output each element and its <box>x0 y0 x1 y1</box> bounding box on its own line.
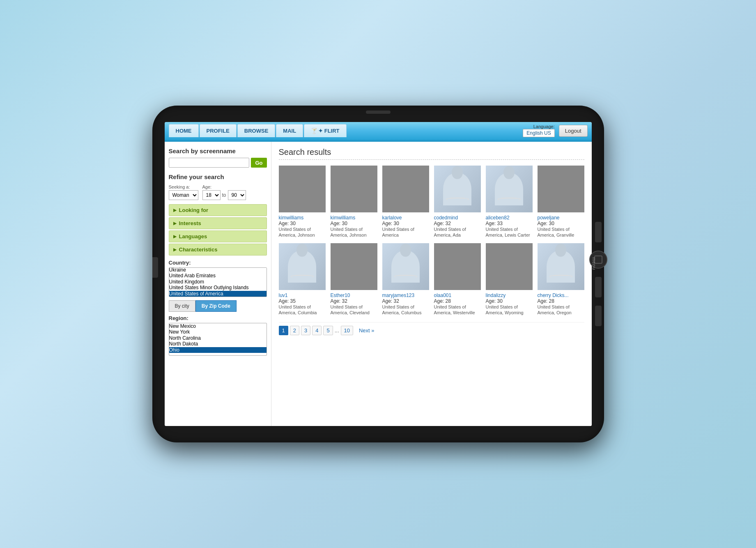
profile-age: Age: 28 <box>538 298 554 304</box>
page-number[interactable]: 3 <box>301 326 310 335</box>
tablet-camera <box>366 111 391 114</box>
page-number[interactable]: 4 <box>312 326 322 335</box>
profile-card[interactable]: kimwilliamsAge: 30United States of Ameri… <box>279 166 326 238</box>
profile-age: Age: 30 <box>331 221 347 226</box>
accordion-arrow-icon: ▶ <box>173 221 177 226</box>
accordion-arrow-icon: ▶ <box>173 234 177 239</box>
page-number[interactable]: 1 <box>279 326 288 335</box>
profile-name[interactable]: luv1 <box>279 292 288 298</box>
profile-age: Age: 32 <box>331 298 347 304</box>
results-title: Search results <box>279 147 584 160</box>
search-screenname-row: Go <box>169 158 267 168</box>
city-tab[interactable]: By city <box>169 300 195 312</box>
profile-photo <box>331 243 377 290</box>
accordion-arrow-icon: ▶ <box>173 247 177 252</box>
seeking-col: Seeking a: Woman Man <box>169 184 198 200</box>
nav-bar: HOME PROFILE BROWSE MAIL 🍸 ✦ FLIRT Langu… <box>165 122 592 139</box>
profile-name[interactable]: kimwilliams <box>279 215 304 221</box>
profile-card[interactable]: maryjames123Age: 32United States of Amer… <box>382 243 429 316</box>
profile-location: United States of America, Columbia <box>279 304 326 316</box>
accordion-looking-for-header[interactable]: ▶ Looking for <box>169 205 267 216</box>
nav-tab-flirt[interactable]: 🍸 ✦ FLIRT <box>304 124 346 137</box>
tablet-side-button[interactable] <box>152 257 158 278</box>
profile-name[interactable]: codedmind <box>434 215 458 221</box>
region-select[interactable]: New Mexico New York North Carolina North… <box>169 323 267 356</box>
language-button[interactable]: English US <box>523 129 554 137</box>
profile-card[interactable]: Esther10Age: 32United States of America,… <box>331 243 377 316</box>
profile-photo <box>382 243 429 290</box>
profile-card[interactable]: luv1Age: 35United States of America, Col… <box>279 243 326 316</box>
nav-tab-home[interactable]: HOME <box>169 124 199 137</box>
profile-location: United States of America, Columbus <box>382 304 429 316</box>
page-last[interactable]: 10 <box>341 326 353 335</box>
city-zip-tabs: By city By Zip Code <box>169 300 267 312</box>
profile-photo <box>486 166 533 212</box>
profile-card[interactable]: poweljaneAge: 30United States of America… <box>538 166 584 238</box>
profile-card[interactable]: olaa001Age: 28United States of America, … <box>434 243 481 316</box>
tablet-right-button-1[interactable] <box>595 222 602 242</box>
profile-name[interactable]: aliceben82 <box>486 215 510 221</box>
age-label: Age: <box>202 184 246 189</box>
profile-location: United States of America, Lewis Carter <box>486 226 533 238</box>
age-from-select[interactable]: 181920 <box>202 190 221 200</box>
profile-name[interactable]: karlalove <box>382 215 402 221</box>
age-row: 181920 to 908070 <box>202 190 246 200</box>
profile-name[interactable]: poweljane <box>538 215 560 221</box>
accordion-languages-label: Languages <box>179 233 207 239</box>
profile-age: Age: 30 <box>382 221 399 226</box>
nav-tab-browse[interactable]: BROWSE <box>237 124 276 137</box>
profiles-grid: kimwilliamsAge: 30United States of Ameri… <box>279 166 584 315</box>
profile-card[interactable]: codedmindAge: 32United States of America… <box>434 166 481 238</box>
profile-card[interactable]: karlaloveAge: 30United States of America <box>382 166 429 238</box>
profile-name[interactable]: cherry Dicks... <box>538 292 569 298</box>
nav-tab-profile[interactable]: PROFILE <box>200 124 237 137</box>
profile-location: United States of America <box>382 226 429 238</box>
page-number[interactable]: 5 <box>323 326 333 335</box>
tablet-right-button-3[interactable] <box>595 306 602 326</box>
accordion-looking-for-label: Looking for <box>179 207 209 213</box>
pagination: 12345...10Next » <box>279 322 584 335</box>
accordion-characteristics-header[interactable]: ▶ Characteristics <box>169 244 267 255</box>
profile-photo <box>538 243 584 290</box>
profile-card[interactable]: kimwilliamsAge: 30United States of Ameri… <box>331 166 377 238</box>
profile-name[interactable]: olaa001 <box>434 292 452 298</box>
profile-location: United States of America, Ada <box>434 226 481 238</box>
profile-card[interactable]: lindalizzyAge: 30United States of Americ… <box>486 243 533 316</box>
search-screenname-input[interactable] <box>169 158 250 168</box>
accordion-languages-header[interactable]: ▶ Languages <box>169 231 267 242</box>
profile-age: Age: 33 <box>486 221 503 226</box>
page-number[interactable]: 2 <box>290 326 299 335</box>
profile-photo <box>486 243 533 290</box>
search-screenname-title: Search by screenname <box>169 147 267 154</box>
accordion-arrow-icon: ▶ <box>173 208 177 212</box>
logout-button[interactable]: Logout <box>559 125 588 137</box>
profile-age: Age: 30 <box>486 298 503 304</box>
accordion-interests-label: Interests <box>179 220 201 226</box>
profile-age: Age: 35 <box>279 298 296 304</box>
accordion-characteristics: ▶ Characteristics <box>169 244 267 256</box>
zip-tab[interactable]: By Zip Code <box>195 300 237 312</box>
region-label: Region: <box>169 315 267 321</box>
profile-age: Age: 30 <box>279 221 296 226</box>
nav-tab-mail[interactable]: MAIL <box>276 124 303 137</box>
pagination-ellipsis: ... <box>335 327 339 334</box>
accordion-languages: ▶ Languages <box>169 230 267 242</box>
profile-card[interactable]: aliceben82Age: 33United States of Americ… <box>486 166 533 238</box>
pagination-next[interactable]: Next » <box>355 326 379 335</box>
profile-photo <box>279 166 326 212</box>
accordion-interests-header[interactable]: ▶ Interests <box>169 218 267 229</box>
profile-name[interactable]: maryjames123 <box>382 292 415 298</box>
profile-location: United States of America, Granville <box>538 226 584 238</box>
profile-photo <box>331 166 377 212</box>
tablet-frame: HOME PROFILE BROWSE MAIL 🍸 ✦ FLIRT Langu… <box>152 106 604 442</box>
tablet-right-button-2[interactable] <box>595 277 602 297</box>
seeking-select[interactable]: Woman Man <box>169 190 198 200</box>
profile-name[interactable]: lindalizzy <box>486 292 506 298</box>
country-select[interactable]: Ukraine United Arab Emirates United King… <box>169 267 267 297</box>
profile-card[interactable]: cherry Dicks...Age: 28United States of A… <box>538 243 584 316</box>
profile-name[interactable]: Esther10 <box>331 292 350 298</box>
profile-name[interactable]: kimwilliams <box>331 215 356 221</box>
age-to-select[interactable]: 908070 <box>228 190 246 200</box>
profile-photo <box>382 166 429 212</box>
go-button[interactable]: Go <box>251 158 267 168</box>
